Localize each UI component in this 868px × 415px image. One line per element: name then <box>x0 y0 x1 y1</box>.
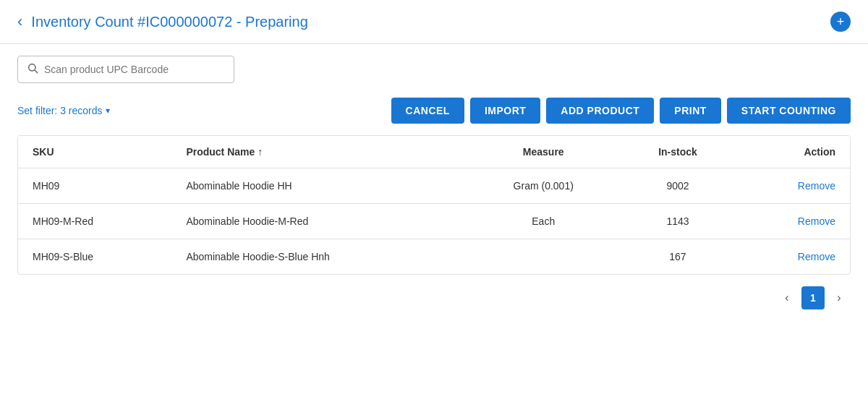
cell-measure: Each <box>467 204 620 239</box>
search-box <box>17 56 234 83</box>
table-header-row: SKU Product Name ↑ Measure In-stock Acti… <box>18 136 850 168</box>
cell-measure: Gram (0.001) <box>467 168 620 204</box>
add-product-button[interactable]: ADD PRODUCT <box>546 98 654 124</box>
import-button[interactable]: IMPORT <box>470 98 540 124</box>
cell-sku: MH09-S-Blue <box>18 239 171 275</box>
button-group: CANCEL IMPORT ADD PRODUCT PRINT START CO… <box>391 98 851 124</box>
cell-action: Remove <box>736 239 850 275</box>
page-title: Inventory Count #IC000000072 - Preparing <box>31 14 823 30</box>
cell-instock: 167 <box>620 239 736 275</box>
remove-link[interactable]: Remove <box>798 251 835 262</box>
pagination-page-1[interactable]: 1 <box>801 286 825 309</box>
chevron-down-icon: ▾ <box>106 106 110 116</box>
cell-instock: 1143 <box>620 204 736 239</box>
col-header-instock: In-stock <box>620 136 736 168</box>
cell-measure <box>467 239 620 275</box>
header: ‹ Inventory Count #IC000000072 - Prepari… <box>0 0 868 44</box>
remove-link[interactable]: Remove <box>798 215 835 227</box>
search-area <box>0 44 868 89</box>
table-row: MH09 Abominable Hoodie HH Gram (0.001) 9… <box>18 168 850 204</box>
start-counting-button[interactable]: START COUNTING <box>727 98 851 124</box>
pagination: ‹ 1 › <box>0 275 868 321</box>
table-row: MH09-S-Blue Abominable Hoodie-S-Blue Hnh… <box>18 239 850 275</box>
col-header-sku: SKU <box>18 136 171 168</box>
cancel-button[interactable]: CANCEL <box>391 98 464 124</box>
col-header-product-name[interactable]: Product Name ↑ <box>171 136 467 168</box>
pagination-next[interactable]: › <box>827 286 851 309</box>
pagination-prev[interactable]: ‹ <box>775 286 799 309</box>
col-header-action: Action <box>736 136 850 168</box>
cell-sku: MH09-M-Red <box>18 204 171 239</box>
print-button[interactable]: PRINT <box>660 98 721 124</box>
product-table: SKU Product Name ↑ Measure In-stock Acti… <box>17 135 851 275</box>
cell-action: Remove <box>736 204 850 239</box>
cell-product-name: Abominable Hoodie-M-Red <box>171 204 467 239</box>
search-icon <box>27 62 38 77</box>
cell-product-name: Abominable Hoodie HH <box>171 168 467 204</box>
cell-action: Remove <box>736 168 850 204</box>
svg-line-1 <box>35 70 38 73</box>
cell-instock: 9002 <box>620 168 736 204</box>
table-row: MH09-M-Red Abominable Hoodie-M-Red Each … <box>18 204 850 239</box>
filter-text: Set filter: 3 records <box>17 105 103 116</box>
remove-link[interactable]: Remove <box>798 180 835 192</box>
cell-product-name: Abominable Hoodie-S-Blue Hnh <box>171 239 467 275</box>
back-button[interactable]: ‹ <box>17 12 22 31</box>
add-circle-button[interactable]: + <box>830 12 851 32</box>
toolbar: Set filter: 3 records ▾ CANCEL IMPORT AD… <box>0 89 868 135</box>
sort-icon: ↑ <box>258 146 263 158</box>
filter-label[interactable]: Set filter: 3 records ▾ <box>17 105 110 116</box>
col-header-measure: Measure <box>467 136 620 168</box>
search-input[interactable] <box>44 64 225 75</box>
cell-sku: MH09 <box>18 168 171 204</box>
